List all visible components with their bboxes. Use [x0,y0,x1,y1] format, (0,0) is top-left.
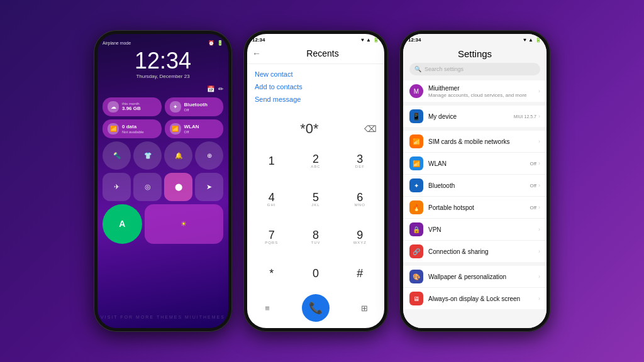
wallpaper-label: Wallpaper & personalization [428,273,533,281]
nightmode-btn[interactable]: ◎ [133,173,162,201]
profile-section: M Miuithemer Manage accounts, cloud serv… [403,80,547,102]
connection-sharing-item[interactable]: 🔗 Connection & sharing › [403,241,547,262]
aod-item[interactable]: 🖥 Always-on display & Lock screen › [403,288,547,309]
send-message-link[interactable]: Send message [255,93,377,106]
network-section: 📶 SIM cards & mobile networks › 📶 WLAN [403,131,547,262]
wallpaper-icon: 🎨 [409,270,423,283]
mobile-data-sub: Not available [122,130,157,134]
edit-icon: ✏ [218,85,223,92]
lockscreen-time: 12:34 [103,50,223,72]
connection-sharing-chevron: › [538,248,540,255]
key-5[interactable]: 5 JKL [294,180,337,218]
battery-icon: 🔋 [373,37,379,43]
bluetooth-settings-item[interactable]: ✦ Bluetooth Off › [403,175,547,197]
mobile-data-icon: 📶 [108,123,119,134]
clothes-btn[interactable]: 👕 [133,141,162,170]
profile-item[interactable]: M Miuithemer Manage accounts, cloud serv… [403,80,547,102]
key-6[interactable]: 6 MNO [338,180,382,218]
key-9[interactable]: 9 WXYZ [338,219,382,256]
data-tile-value: 3.96 GB [122,106,157,112]
wlan-settings-icon: 📶 [409,156,423,170]
location-btn[interactable]: ➤ [195,173,223,201]
lockscreen-statusbar: Airplane mode ⏰ 🔋 [103,40,223,46]
my-device-item[interactable]: 📱 My device MIUI 12.5.7 › [403,106,547,127]
number-display: *0* ⌫ [247,116,384,142]
dialpad-menu-button[interactable]: ≡ [257,298,277,318]
brightness-btn[interactable]: ☀ [145,204,223,244]
key-hash[interactable]: # [338,256,382,290]
profile-sub: Manage accounts, cloud services, and mor… [428,92,533,98]
screenshot-btn[interactable]: ⊕ [195,141,223,170]
my-device-section: 📱 My device MIUI 12.5.7 › [403,106,547,127]
signal-icon-s: ▲ [528,37,533,43]
key-1[interactable]: 1 [250,142,293,180]
key-3[interactable]: 3 DEF [338,142,382,180]
delete-button[interactable]: ⌫ [364,124,377,134]
key-4[interactable]: 4 GHI [250,180,293,218]
profile-name: Miuithemer [428,84,533,92]
settings-time: 12:34 [408,37,421,43]
data-tile-sub: this month [122,102,157,106]
data-tile[interactable]: ☁ this month 3.96 GB [103,97,162,116]
signal-icon: ▲ [366,37,371,43]
settings-search-bar[interactable]: 🔍 Search settings [409,63,540,75]
settings-screen: 12:34 ♥ ▲ 🔋 Settings 🔍 Search settings [403,34,547,328]
lockscreen-date: Thursday, December 23 [103,74,223,79]
back-button[interactable]: ← [252,48,261,58]
settings-header: Settings 🔍 Search settings [403,46,547,80]
settings-page-title: Settings [409,48,540,59]
wlan-settings-value: Off [530,161,536,167]
aod-label: Always-on display & Lock screen [428,295,533,303]
data-tile-icon: ☁ [108,101,119,112]
lockscreen: Airplane mode ⏰ 🔋 12:34 Thursday, Decemb… [97,34,228,328]
dialer-bottom-bar: ≡ 📞 ⊞ [247,290,384,328]
aod-icon: 🖥 [409,292,423,305]
vpn-settings-icon: 🔒 [409,222,423,236]
mobile-data-tile[interactable]: 📶 0 data Not available [103,119,162,138]
add-to-contacts-link[interactable]: Add to contacts [255,80,377,93]
wlan-settings-chevron: › [538,160,540,167]
vpn-settings-label: VPN [428,226,533,234]
key-2[interactable]: 2 ABC [294,142,337,180]
key-8[interactable]: 8 TUV [294,219,337,256]
notification-btn[interactable]: 🔔 [164,141,192,170]
airplane-mode-label: Airplane mode [103,41,131,45]
bluetooth-settings-label: Bluetooth [428,182,525,190]
vpn-settings-chevron: › [538,226,540,233]
contacts-grid-button[interactable]: ⊞ [354,298,374,318]
my-device-chevron: › [538,113,540,119]
aod-chevron: › [538,295,540,302]
hotspot-settings-item[interactable]: 🔥 Portable hotspot Off › [403,197,547,219]
settings-statusbar: 12:34 ♥ ▲ 🔋 [403,34,547,46]
status-icon-battery: 🔋 [217,40,223,46]
flashlight-btn[interactable]: 🔦 [103,141,131,170]
search-icon: 🔍 [414,66,421,72]
theme-btn[interactable]: ⬤ [164,173,192,201]
assistant-btn[interactable]: A [103,204,142,244]
airplane-btn[interactable]: ✈ [103,173,131,201]
brightness-icon: ☀ [180,220,187,228]
wlan-settings-label: WLAN [428,160,525,168]
my-device-label: My device [428,112,509,121]
new-contact-link[interactable]: New contact [255,68,377,80]
heart-icon-s: ♥ [523,37,526,43]
wlan-settings-item[interactable]: 📶 WLAN Off › [403,153,547,175]
sim-icon: 📶 [409,134,423,148]
key-star[interactable]: * [250,256,293,290]
phone-2: 12:34 ♥ ▲ 🔋 ← Recents New contact Add to… [243,30,388,332]
key-0[interactable]: 0 [294,256,337,290]
wlan-tile[interactable]: 📶 WLAN Off [165,119,224,138]
profile-chevron: › [538,88,540,94]
calendar-icon: 📅 [207,85,214,92]
vpn-settings-item[interactable]: 🔒 VPN › [403,219,547,241]
key-7[interactable]: 7 PQRS [250,219,293,256]
watermark-text: VISIT FOR MORE THEMES MIUITHEMES [97,315,228,319]
call-button[interactable]: 📞 [302,294,330,322]
wallpaper-item[interactable]: 🎨 Wallpaper & personalization › [403,266,547,288]
heart-icon: ♥ [361,37,364,43]
sim-cards-item[interactable]: 📶 SIM cards & mobile networks › [403,131,547,153]
bluetooth-tile[interactable]: ✦ Bluetooth Off [165,97,224,116]
settings-status-icons: ♥ ▲ 🔋 [523,37,541,43]
wallpaper-chevron: › [538,273,540,280]
connection-sharing-icon: 🔗 [409,244,423,258]
